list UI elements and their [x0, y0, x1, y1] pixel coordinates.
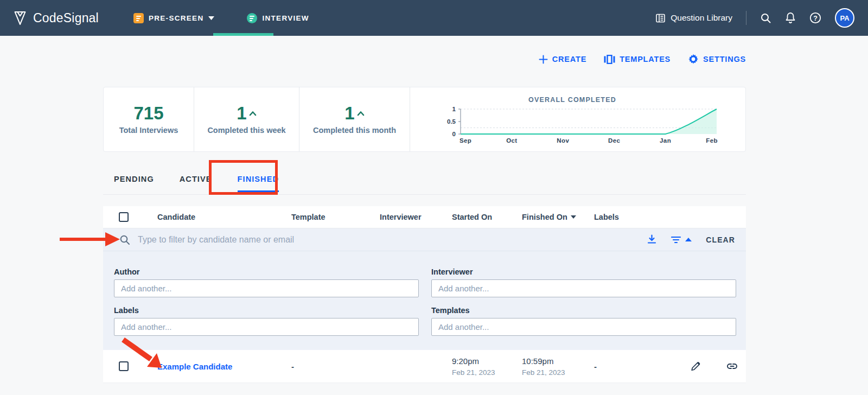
- nav-item-pre-screen[interactable]: PRE-SCREEN: [133, 13, 215, 23]
- svg-text:?: ?: [813, 15, 818, 22]
- brand-name: CodeSignal: [33, 11, 99, 26]
- download-icon[interactable]: [647, 234, 657, 245]
- column-header-interviewer[interactable]: Interviewer: [380, 213, 422, 221]
- filter-actions: CLEAR: [647, 234, 735, 245]
- stat-value: 1: [344, 104, 364, 122]
- column-header-candidate[interactable]: Candidate: [157, 213, 195, 221]
- create-label: CREATE: [552, 55, 586, 63]
- search-icon[interactable]: [760, 12, 771, 24]
- stat-value: 1: [237, 104, 256, 122]
- gear-icon: [688, 54, 699, 65]
- templates-label: TEMPLATES: [620, 55, 671, 63]
- tab-pending[interactable]: PENDING: [114, 175, 154, 192]
- plus-icon: [539, 55, 548, 64]
- overall-completed-chart: 00.51SepOctNovDecJanFeb: [461, 109, 717, 134]
- templates-icon: [604, 55, 615, 64]
- chart-title: OVERALL COMPLETED: [432, 96, 713, 104]
- finished-on-cell: 10:59pm Feb 21, 2023: [522, 356, 565, 377]
- settings-label: SETTINGS: [703, 55, 746, 63]
- table-header: Candidate Template Interviewer Started O…: [103, 206, 746, 228]
- question-library-label: Question Library: [671, 13, 732, 23]
- stat-value: 715: [133, 104, 163, 122]
- tab-active[interactable]: ACTIVE: [180, 175, 212, 192]
- row-checkbox[interactable]: [119, 361, 129, 371]
- pre-screen-icon: [133, 13, 144, 23]
- labels-filter-label: Labels: [114, 306, 139, 315]
- labels-cell: -: [594, 362, 597, 371]
- filter-row: CLEAR: [103, 228, 746, 251]
- nav-right-cluster: Question Library ? PA: [656, 8, 868, 28]
- svg-text:Feb: Feb: [706, 137, 718, 144]
- column-header-labels[interactable]: Labels: [594, 213, 619, 221]
- filter-toggle-button[interactable]: [671, 236, 692, 244]
- sort-desc-icon: [571, 215, 576, 219]
- codesignal-logo-icon: [13, 11, 27, 26]
- templates-filter-input[interactable]: [431, 318, 736, 336]
- template-cell: -: [291, 362, 294, 371]
- interviewer-filter-input[interactable]: [431, 279, 736, 297]
- stat-label: Completed this week: [207, 126, 285, 135]
- author-filter-label: Author: [114, 267, 140, 276]
- settings-button[interactable]: SETTINGS: [688, 54, 746, 65]
- pre-screen-label: PRE-SCREEN: [149, 14, 204, 22]
- codesignal-logo[interactable]: CodeSignal: [0, 11, 99, 26]
- candidate-link[interactable]: Example Candidate: [157, 362, 232, 371]
- page: CodeSignal PRE-SCREEN INTERVIEW Question…: [0, 0, 868, 395]
- interview-label: INTERVIEW: [262, 14, 309, 22]
- question-library-button[interactable]: Question Library: [656, 13, 732, 23]
- status-tabs: PENDING ACTIVE FINISHED: [114, 175, 279, 192]
- toolbar: CREATE TEMPLATES SETTINGS: [103, 54, 746, 65]
- stat-label: Total Interviews: [119, 126, 178, 135]
- filter-panel: Author Interviewer Labels Templates: [103, 251, 746, 350]
- create-button[interactable]: CREATE: [539, 55, 586, 64]
- question-library-icon: [656, 14, 665, 23]
- column-header-finished-on[interactable]: Finished On: [522, 213, 576, 221]
- column-header-template[interactable]: Template: [291, 213, 326, 221]
- stat-completed-week: 1 Completed this week: [194, 87, 299, 151]
- column-header-started-on[interactable]: Started On: [452, 213, 492, 221]
- tabs-divider: [103, 194, 746, 195]
- author-filter-input[interactable]: [114, 279, 419, 297]
- svg-text:0: 0: [452, 131, 456, 137]
- nav-item-interview[interactable]: INTERVIEW: [247, 13, 309, 23]
- candidate-filter-input[interactable]: [138, 235, 647, 245]
- interviewer-filter-label: Interviewer: [431, 267, 473, 276]
- trend-up-icon: [357, 111, 365, 116]
- help-icon[interactable]: ?: [809, 12, 821, 24]
- interview-icon: [247, 13, 257, 23]
- collapse-filters-icon: [685, 238, 692, 241]
- svg-text:Nov: Nov: [557, 137, 569, 144]
- labels-filter-input[interactable]: [114, 318, 419, 336]
- stat-total-interviews: 715 Total Interviews: [104, 87, 194, 151]
- notifications-bell-icon[interactable]: [785, 12, 796, 24]
- avatar[interactable]: PA: [835, 8, 854, 28]
- overall-completed-chart-area: OVERALL COMPLETED 00.51SepOctNovDecJanFe…: [410, 87, 745, 151]
- svg-text:Oct: Oct: [506, 137, 517, 144]
- edit-pencil-icon[interactable]: [690, 361, 701, 372]
- svg-text:1: 1: [452, 106, 456, 112]
- started-on-cell: 9:20pm Feb 21, 2023: [452, 356, 495, 377]
- nav-divider: [746, 11, 746, 25]
- trend-up-icon: [249, 111, 257, 116]
- filter-search-icon: [119, 234, 130, 245]
- svg-text:Jan: Jan: [660, 137, 671, 144]
- select-all-checkbox[interactable]: [119, 212, 129, 222]
- svg-text:0.5: 0.5: [447, 118, 456, 125]
- active-nav-underline: [213, 33, 273, 36]
- table-row[interactable]: Example Candidate - 9:20pm Feb 21, 2023 …: [103, 350, 746, 383]
- clear-filters-button[interactable]: CLEAR: [706, 235, 735, 244]
- templates-filter-label: Templates: [431, 306, 470, 315]
- stat-label: Completed this month: [313, 126, 396, 135]
- tab-finished[interactable]: FINISHED: [238, 175, 279, 192]
- svg-text:Sep: Sep: [459, 137, 471, 144]
- stat-completed-month: 1 Completed this month: [299, 87, 410, 151]
- templates-button[interactable]: TEMPLATES: [604, 55, 671, 64]
- stats-card: 715 Total Interviews 1 Completed this we…: [103, 87, 746, 152]
- top-nav: CodeSignal PRE-SCREEN INTERVIEW Question…: [0, 0, 868, 36]
- copy-link-icon[interactable]: [726, 360, 738, 373]
- chevron-down-icon: [208, 16, 214, 20]
- svg-text:Dec: Dec: [608, 137, 621, 144]
